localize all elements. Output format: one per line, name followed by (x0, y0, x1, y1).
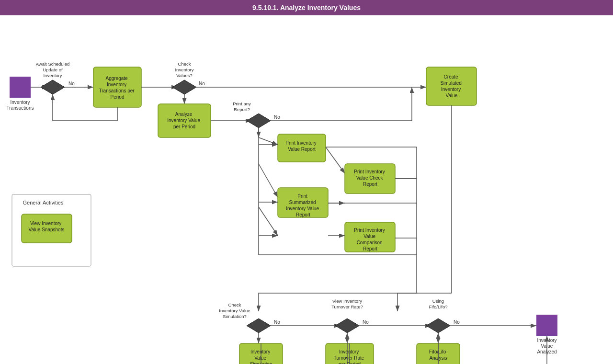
svg-text:Values?: Values? (176, 73, 193, 78)
end-node (536, 315, 557, 336)
flow-print-inv-check (326, 147, 345, 173)
svg-text:Report?: Report? (234, 107, 250, 112)
diagram-area: Inventory Transactions Await Scheduled U… (0, 15, 613, 364)
svg-text:Update of: Update of (43, 67, 63, 72)
svg-text:Using: Using (432, 298, 444, 304)
await-label: Await Scheduled (36, 61, 70, 67)
flow-d3-no (271, 87, 412, 121)
svg-text:No: No (274, 319, 280, 325)
svg-text:Inventory: Inventory (175, 67, 193, 72)
svg-text:Simulation?: Simulation? (223, 314, 247, 319)
svg-text:No: No (363, 319, 369, 325)
svg-text:Turnover Rate?: Turnover Rate? (331, 304, 363, 309)
svg-text:General Activities: General Activities (23, 200, 64, 205)
aggregate-box[interactable] (93, 67, 141, 107)
diamond-check (172, 80, 196, 94)
diamond-await (41, 80, 65, 94)
svg-text:Inventory Value: Inventory Value (219, 308, 250, 313)
page-title: 9.5.10.1. Analyze Inventory Values (252, 4, 361, 11)
svg-text:No: No (454, 319, 460, 325)
start-label: Inventory (10, 100, 30, 105)
flow-to-print-inv (259, 137, 278, 145)
svg-text:View Inventory: View Inventory (332, 298, 362, 304)
diamond-print (247, 114, 271, 128)
flow-to-summarized (259, 164, 278, 197)
diamond-sim (247, 318, 271, 333)
create-simulated-box[interactable] (426, 67, 477, 105)
svg-text:Check: Check (178, 61, 191, 67)
start-node (10, 77, 31, 98)
title-bar: 9.5.10.1. Analyze Inventory Values (0, 0, 613, 15)
svg-text:Transactions: Transactions (7, 105, 34, 111)
svg-text:No: No (274, 114, 280, 120)
svg-text:Print any: Print any (233, 101, 251, 106)
no-label-1: No (68, 81, 75, 86)
svg-text:Check: Check (228, 302, 241, 307)
flow-to-comparison (259, 207, 278, 236)
diamond-turnover (335, 318, 359, 333)
svg-text:Fifo/Lifo?: Fifo/Lifo? (429, 304, 447, 309)
svg-text:No: No (199, 81, 205, 86)
diamond-fifo (426, 318, 450, 333)
svg-text:Inventory: Inventory (43, 73, 62, 78)
